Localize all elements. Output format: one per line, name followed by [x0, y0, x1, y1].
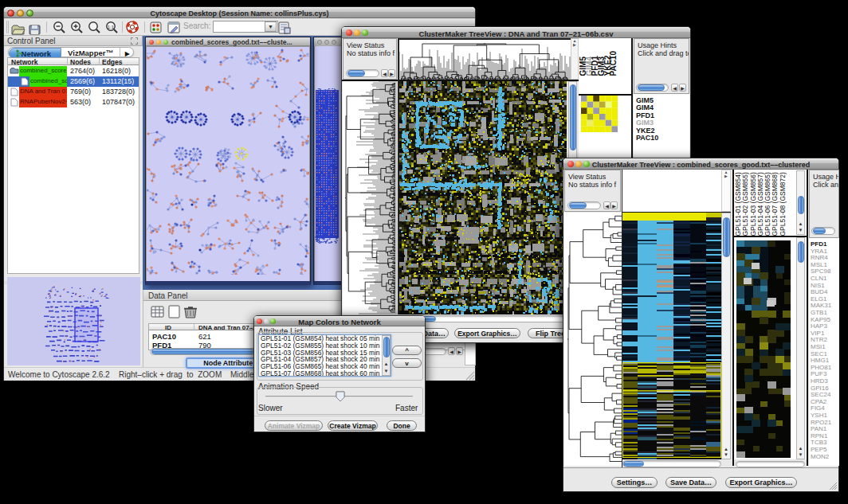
svg-text:1:1: 1:1	[108, 25, 115, 29]
